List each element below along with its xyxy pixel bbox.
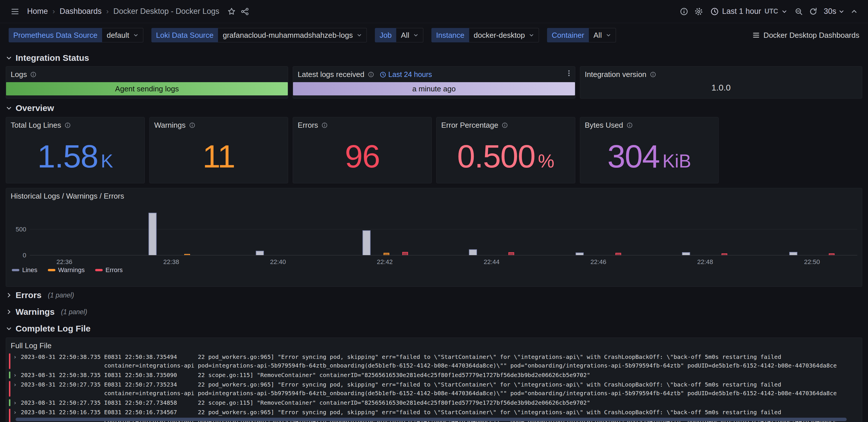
info-icon[interactable] — [650, 71, 656, 77]
info-icon[interactable] — [321, 122, 328, 128]
legend-item[interactable]: Lines — [12, 266, 37, 274]
panel-time-override-link[interactable]: Last 24 hours — [380, 70, 432, 79]
log-expand-chevron[interactable]: › — [13, 398, 21, 407]
chart-bar-lines — [576, 253, 584, 255]
dashboard-settings-button[interactable] — [693, 5, 705, 18]
info-icon[interactable] — [502, 122, 508, 128]
info-icon[interactable] — [627, 122, 633, 128]
nav-actions: Last 1 hour UTC 30s — [678, 5, 859, 18]
filter-value-dropdown[interactable]: grafanacloud-muhammadshahzeb-logs — [218, 28, 367, 42]
y-axis: 0500 — [11, 203, 26, 255]
panel-title: Latest logs received — [298, 70, 364, 79]
chart-bar-lines — [363, 230, 371, 255]
refresh-interval-label: 30s — [824, 7, 836, 16]
log-expand-chevron[interactable]: › — [13, 371, 21, 379]
filter-label: Container — [547, 28, 589, 42]
chart-bar-lines — [469, 249, 477, 255]
stat-number: 96 — [345, 140, 380, 173]
integration-version-value: 1.0.0 — [580, 79, 862, 98]
chevron-right-icon — [6, 292, 12, 298]
time-range-picker[interactable]: Last 1 hour UTC — [708, 5, 790, 18]
legend-item[interactable]: Warnings — [48, 266, 85, 274]
timezone-label: UTC — [765, 7, 778, 15]
row-title: Integration Status — [16, 53, 89, 63]
log-row[interactable]: › 2023-08-31 22:50:38.735 E0831 22:50:38… — [9, 353, 858, 370]
log-expand-chevron[interactable]: › — [13, 353, 21, 370]
legend-label: Errors — [105, 266, 123, 274]
info-icon[interactable] — [189, 122, 195, 128]
chevron-down-icon — [6, 55, 12, 61]
chart-bar-errors — [402, 252, 408, 255]
dashboards-list-link[interactable]: Docker Desktop Dashboards — [752, 31, 859, 40]
filter-label: Instance — [431, 28, 469, 42]
row-warnings[interactable]: Warnings (1 panel) — [6, 303, 862, 320]
chevron-down-icon — [413, 33, 418, 38]
chevron-down-icon — [6, 105, 12, 111]
panel-menu-button[interactable] — [565, 69, 573, 77]
list-icon — [752, 31, 760, 39]
row-errors[interactable]: Errors (1 panel) — [6, 287, 862, 303]
log-lines: › 2023-08-31 22:50:38.735 E0831 22:50:38… — [6, 350, 862, 422]
filter-selected-value: default — [107, 31, 129, 40]
share-button[interactable] — [239, 6, 251, 17]
breadcrumb-home[interactable]: Home — [27, 7, 48, 16]
stat-title: Warnings — [154, 121, 186, 130]
log-level-strip — [9, 399, 10, 406]
filter-selected-value: All — [401, 31, 409, 40]
stat-title: Errors — [298, 121, 318, 130]
clock-icon — [380, 71, 386, 78]
row-overview[interactable]: Overview — [6, 99, 862, 117]
legend-marker — [95, 269, 103, 271]
row-title: Warnings — [16, 307, 55, 317]
filter-label: Job — [375, 28, 396, 42]
gear-icon — [694, 7, 703, 16]
info-icon[interactable] — [368, 71, 374, 77]
row-panel-count: (1 panel) — [61, 308, 87, 316]
log-row[interactable]: › 2023-08-31 22:50:27.735 E0831 22:50:27… — [9, 380, 858, 397]
filter-label: Prometheus Data Source — [9, 28, 102, 42]
logs-status-gauge: Agent sending logs — [6, 82, 288, 95]
refresh-interval-picker[interactable]: 30s — [822, 5, 846, 18]
variable-filter: Instance docker-desktop — [431, 28, 539, 42]
filter-selected-value: docker-desktop — [474, 31, 525, 40]
chevron-down-icon — [357, 33, 362, 38]
filter-value-dropdown[interactable]: default — [102, 28, 143, 42]
chevron-down-icon — [606, 33, 611, 38]
filter-value-dropdown[interactable]: All — [396, 28, 423, 42]
row-title: Overview — [16, 103, 54, 113]
hamburger-icon — [10, 7, 20, 16]
breadcrumb-dashboards[interactable]: Dashboards — [60, 7, 102, 16]
legend-item[interactable]: Errors — [95, 266, 123, 274]
log-row[interactable]: › 2023-08-31 22:50:38.735 I0831 22:50:38… — [9, 371, 858, 379]
row-complete-log-file[interactable]: Complete Log File — [6, 320, 862, 337]
favorite-button[interactable] — [226, 6, 237, 17]
row-integration-status[interactable]: Integration Status — [6, 48, 862, 66]
panel-time-override-label: Last 24 hours — [389, 70, 432, 79]
panel-historical-chart: Historical Logs / Warnings / Errors 0500… — [6, 188, 862, 287]
stat-title: Total Log Lines — [11, 121, 61, 130]
collapse-navbar-button[interactable] — [849, 6, 859, 17]
panel-title: Integration version — [585, 70, 647, 79]
info-icon[interactable] — [30, 71, 36, 77]
panel-title: Logs — [11, 70, 27, 79]
variable-filter: Prometheus Data Source default — [9, 28, 143, 42]
y-tick-label: 500 — [16, 226, 26, 233]
chart-bar-lines — [149, 213, 157, 255]
legend-marker — [48, 269, 55, 271]
dashboards-link-label: Docker Desktop Dashboards — [764, 31, 859, 40]
refresh-button[interactable] — [807, 6, 819, 17]
filter-value-dropdown[interactable]: docker-desktop — [469, 28, 539, 42]
zoom-out-time-button[interactable] — [793, 6, 805, 17]
log-row[interactable]: › 2023-08-31 22:50:27.735 I0831 22:50:27… — [9, 398, 858, 407]
info-icon[interactable] — [65, 122, 71, 128]
log-expand-chevron[interactable]: › — [13, 380, 21, 397]
log-message: I0831 22:50:27.734858 22 scope.go:115] "… — [104, 398, 858, 407]
panel-logs: Logs Agent sending logs — [6, 66, 288, 99]
filter-value-dropdown[interactable]: All — [589, 28, 616, 42]
menu-toggle-button[interactable] — [9, 5, 21, 18]
stat-title: Error Percentage — [441, 121, 498, 130]
dashboard-insights-button[interactable] — [678, 6, 690, 17]
chart-bar-warnings — [184, 254, 190, 255]
stat-value: 1.58 K — [6, 130, 145, 183]
log-horizontal-scrollbar[interactable] — [16, 418, 847, 421]
